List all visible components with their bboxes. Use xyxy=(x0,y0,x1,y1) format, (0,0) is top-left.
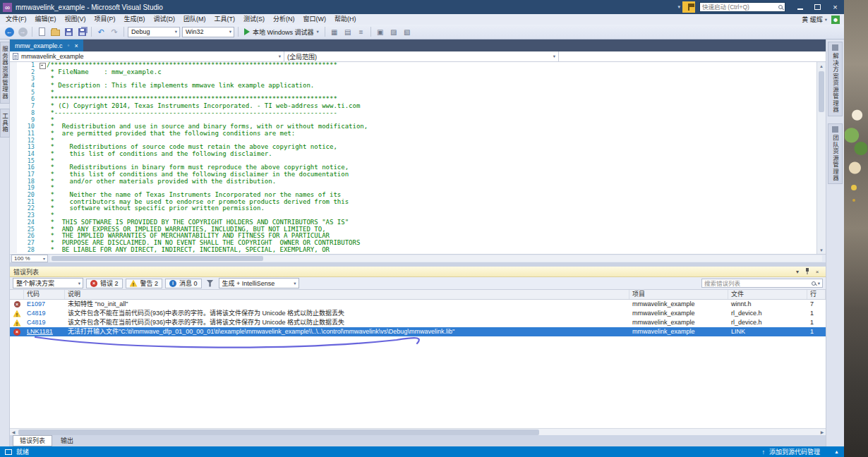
breakpoint-margin[interactable] xyxy=(10,75,17,83)
column-project[interactable]: 项目 xyxy=(629,290,728,299)
column-line[interactable]: 行 xyxy=(807,290,826,299)
code-line[interactable]: 8 *-------------------------------------… xyxy=(10,110,816,117)
menu-item[interactable]: 团队(M) xyxy=(179,14,210,25)
code-line[interactable]: 18 * and/or other materials provided wit… xyxy=(10,178,816,185)
member-scope-dropdown[interactable]: (全局范围) ▾ xyxy=(284,51,559,61)
breakpoint-margin[interactable] xyxy=(10,192,17,199)
bookmark-icon[interactable]: ▣ xyxy=(375,26,386,37)
scroll-right-icon[interactable]: ▶ xyxy=(819,429,826,434)
fold-collapse-icon[interactable] xyxy=(38,62,47,69)
breakpoint-margin[interactable] xyxy=(10,212,17,219)
chevron-down-icon[interactable]: ▾ xyxy=(675,4,682,10)
editor-horizontal-scrollbar[interactable] xyxy=(50,255,822,262)
scrollbar-thumb[interactable] xyxy=(52,256,263,261)
navigate-back-button[interactable]: ← xyxy=(4,26,15,37)
error-search-input[interactable] xyxy=(704,280,809,287)
new-file-button[interactable] xyxy=(36,26,47,37)
close-button[interactable]: × xyxy=(826,1,844,13)
code-line[interactable]: 14 * this list of conditions and the fol… xyxy=(10,151,816,158)
code-line[interactable]: 28 * BE LIABLE FOR ANY DIRECT, INDIRECT,… xyxy=(10,247,816,254)
breakpoint-margin[interactable] xyxy=(10,178,17,185)
warnings-toggle-button[interactable]: !警告 2 xyxy=(126,279,163,288)
breakpoint-margin[interactable] xyxy=(10,90,17,97)
window-position-icon[interactable]: ▾ xyxy=(792,269,802,275)
left-tool-tab[interactable]: 服务器资源管理器 xyxy=(0,42,10,104)
undo-button[interactable]: ↶ xyxy=(95,26,107,37)
menu-item[interactable]: 帮助(H) xyxy=(330,14,361,25)
title-bar[interactable]: ∞ mmwavelink_example - Microsoft Visual … xyxy=(0,0,844,14)
menu-item[interactable]: 窗口(W) xyxy=(299,14,331,25)
zoom-dropdown[interactable]: 100 % ▾ xyxy=(11,255,48,262)
breakpoint-margin[interactable] xyxy=(10,233,17,240)
user-account-button[interactable]: 黄 缓辉 ▾ xyxy=(799,15,830,24)
start-debug-button[interactable]: 本地 Windows 调试器 ▾ xyxy=(242,28,321,37)
auto-hide-pin-icon[interactable] xyxy=(802,268,812,276)
breakpoint-margin[interactable] xyxy=(10,240,17,247)
pin-icon[interactable]: ◦ xyxy=(68,42,70,49)
document-tab[interactable]: mmw_example.c ◦ × xyxy=(10,39,83,51)
notifications-flag-button[interactable] xyxy=(682,1,695,13)
feedback-icon[interactable]: ☻ xyxy=(831,16,840,24)
error-code-link[interactable]: C4819 xyxy=(24,309,65,318)
breakpoint-margin[interactable] xyxy=(10,117,17,124)
editor-vertical-scrollbar[interactable]: ▲ ▼ xyxy=(816,62,826,254)
error-row[interactable]: !C4819该文件包含不能在当前代码页(936)中表示的字符。请将该文件保存为 … xyxy=(10,309,826,318)
column-code[interactable]: 代码 xyxy=(24,290,65,299)
navigate-forward-button[interactable]: → xyxy=(17,26,28,37)
save-all-button[interactable] xyxy=(76,26,88,37)
left-tool-tab[interactable]: 工具箱 xyxy=(0,109,10,138)
error-row[interactable]: ×E1097未知特性 "no_init_all"mmwavelink_examp… xyxy=(10,300,826,309)
breakpoint-margin[interactable] xyxy=(10,171,17,178)
breakpoint-margin[interactable] xyxy=(10,62,17,69)
minimize-button[interactable] xyxy=(791,1,809,13)
pane-tab-active[interactable]: 错误列表 xyxy=(13,435,52,446)
code-editor[interactable]: 1/**************************************… xyxy=(10,62,826,254)
breakpoint-margin[interactable] xyxy=(10,103,17,110)
breakpoint-margin[interactable] xyxy=(10,69,17,76)
expand-chevron-icon[interactable]: ▲ xyxy=(834,449,839,454)
save-button[interactable] xyxy=(63,26,74,37)
breakpoint-margin[interactable] xyxy=(10,247,17,254)
toolbar-icon[interactable]: ▦ xyxy=(329,26,340,37)
column-description[interactable]: 说明 xyxy=(65,290,629,299)
close-panel-icon[interactable]: × xyxy=(812,269,822,275)
right-tool-tab[interactable]: 团队资源管理器 xyxy=(828,123,843,185)
filter-button[interactable] xyxy=(205,278,216,289)
bookmark-icon[interactable]: ▧ xyxy=(402,26,413,37)
menu-item[interactable]: 文件(F) xyxy=(1,14,31,25)
scroll-up-icon[interactable]: ▲ xyxy=(817,62,826,70)
scrollbar-thumb[interactable] xyxy=(18,429,539,435)
messages-toggle-button[interactable]: i消息 0 xyxy=(165,279,202,288)
breakpoint-margin[interactable] xyxy=(10,123,17,130)
breakpoint-margin[interactable] xyxy=(10,130,17,138)
scroll-left-icon[interactable]: ◀ xyxy=(10,429,17,434)
redo-button[interactable]: ↷ xyxy=(109,26,120,37)
column-severity[interactable] xyxy=(10,290,24,299)
menu-item[interactable]: 测试(S) xyxy=(239,14,269,25)
scrollbar-thumb[interactable] xyxy=(819,71,824,112)
breakpoint-margin[interactable] xyxy=(10,164,17,171)
breakpoint-margin[interactable] xyxy=(10,185,17,192)
breakpoint-margin[interactable] xyxy=(10,151,17,158)
source-control-link[interactable]: 添加到源代码管理 xyxy=(769,447,820,456)
platform-dropdown[interactable]: Win32▾ xyxy=(182,27,234,37)
source-filter-dropdown[interactable]: 生成 + IntelliSense▾ xyxy=(219,278,299,288)
errors-toggle-button[interactable]: ×错误 2 xyxy=(86,279,123,288)
error-code-link[interactable]: C4819 xyxy=(24,318,65,327)
quick-launch-input[interactable] xyxy=(702,4,778,11)
error-search-box[interactable]: ▾ xyxy=(701,279,823,288)
breakpoint-margin[interactable] xyxy=(10,144,17,151)
code-line[interactable]: 11 * are permitted provided that the fol… xyxy=(10,130,816,138)
code-line[interactable]: 4 * Description : This file implements m… xyxy=(10,83,816,90)
error-code-link[interactable]: E1097 xyxy=(24,300,65,309)
toolbar-icon[interactable]: ▤ xyxy=(342,26,354,37)
menu-item[interactable]: 项目(P) xyxy=(90,14,120,25)
breakpoint-margin[interactable] xyxy=(10,226,17,233)
right-tool-tab[interactable]: 解决方案资源管理器 xyxy=(828,42,843,116)
menu-item[interactable]: 调试(D) xyxy=(150,14,180,25)
toolbar-icon[interactable]: ≡ xyxy=(356,26,367,37)
breakpoint-margin[interactable] xyxy=(10,219,17,226)
breakpoint-margin[interactable] xyxy=(10,199,17,206)
error-row[interactable]: !C4819该文件包含不能在当前代码页(936)中表示的字符。请将该文件保存为 … xyxy=(10,318,826,327)
configuration-dropdown[interactable]: Debug▾ xyxy=(128,27,180,37)
